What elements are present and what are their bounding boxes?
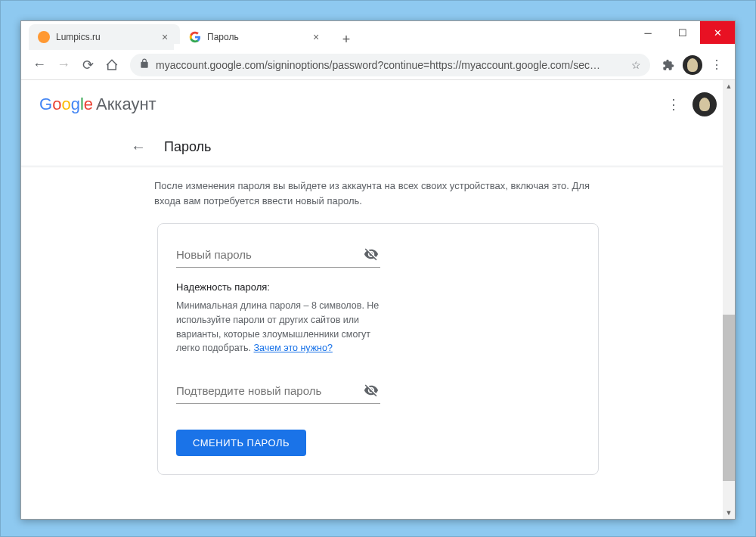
google-header: Google Аккаунт ⋮ [21, 80, 735, 129]
url-field[interactable]: myaccount.google.com/signinoptions/passw… [130, 54, 650, 76]
page-title: Пароль [164, 139, 211, 155]
scroll-up-icon[interactable]: ▲ [723, 80, 735, 92]
password-card: Надежность пароля: Минимальная длина пар… [157, 223, 599, 475]
home-button[interactable] [100, 53, 124, 77]
favicon-lumpics [38, 31, 50, 43]
new-tab-button[interactable]: + [336, 29, 357, 50]
back-button[interactable]: ← [27, 53, 51, 77]
profile-avatar[interactable] [680, 53, 705, 77]
menu-icon[interactable]: ⋮ [705, 53, 729, 77]
window-controls: ─ ☐ ✕ [631, 21, 735, 44]
page-subheader: ← Пароль [21, 129, 735, 166]
back-arrow-icon[interactable]: ← [131, 138, 146, 156]
scroll-down-icon[interactable]: ▼ [723, 507, 735, 519]
tab-strip: Lumpics.ru × Пароль × + [21, 21, 357, 50]
tab-lumpics[interactable]: Lumpics.ru × [29, 24, 180, 50]
strength-text: Минимальная длина пароля – 8 символов. Н… [176, 299, 380, 355]
learn-more-link[interactable]: Зачем это нужно? [254, 343, 333, 353]
reload-button[interactable]: ⟳ [76, 53, 100, 77]
favicon-google [189, 31, 201, 43]
url-text: myaccount.google.com/signinoptions/passw… [156, 59, 631, 71]
visibility-off-icon[interactable] [364, 247, 379, 265]
password-strength: Надежность пароля: Минимальная длина пар… [176, 281, 380, 355]
visibility-off-icon[interactable] [364, 383, 379, 401]
scrollbar-track[interactable]: ▲ ▼ [723, 80, 735, 519]
change-password-button[interactable]: СМЕНИТЬ ПАРОЛЬ [176, 430, 306, 456]
google-logo[interactable]: Google [39, 95, 93, 114]
tab-title: Lumpics.ru [56, 32, 154, 42]
strength-title: Надежность пароля: [176, 281, 380, 293]
lock-icon [139, 58, 150, 71]
star-icon[interactable]: ☆ [631, 59, 641, 71]
new-password-input[interactable] [176, 242, 380, 268]
titlebar: Lumpics.ru × Пароль × + ─ ☐ ✕ [21, 21, 735, 50]
browser-window: Lumpics.ru × Пароль × + ─ ☐ ✕ ← → ⟳ [20, 20, 736, 520]
confirm-password-input[interactable] [176, 378, 380, 404]
minimize-button[interactable]: ─ [631, 21, 665, 44]
forward-button[interactable]: → [51, 53, 76, 77]
extensions-icon[interactable] [656, 53, 680, 77]
tab-password[interactable]: Пароль × [180, 24, 331, 50]
close-icon[interactable]: × [159, 31, 171, 43]
description-text: После изменения пароля вы выйдете из акк… [148, 172, 590, 223]
product-name: Аккаунт [96, 95, 156, 114]
address-bar: ← → ⟳ myaccount.google.com/signinoptions… [21, 50, 735, 80]
account-avatar[interactable] [692, 92, 717, 116]
close-icon[interactable]: × [310, 31, 322, 43]
options-icon[interactable]: ⋮ [667, 96, 680, 113]
scrollbar-thumb[interactable] [723, 315, 735, 481]
close-button[interactable]: ✕ [700, 21, 735, 44]
new-password-field [176, 242, 580, 268]
tab-title: Пароль [207, 32, 305, 42]
maximize-button[interactable]: ☐ [665, 21, 700, 44]
confirm-password-field [176, 378, 580, 404]
main-content: После изменения пароля вы выйдете из акк… [21, 166, 735, 505]
page-content: Google Аккаунт ⋮ ← Пароль После изменени… [21, 80, 735, 519]
